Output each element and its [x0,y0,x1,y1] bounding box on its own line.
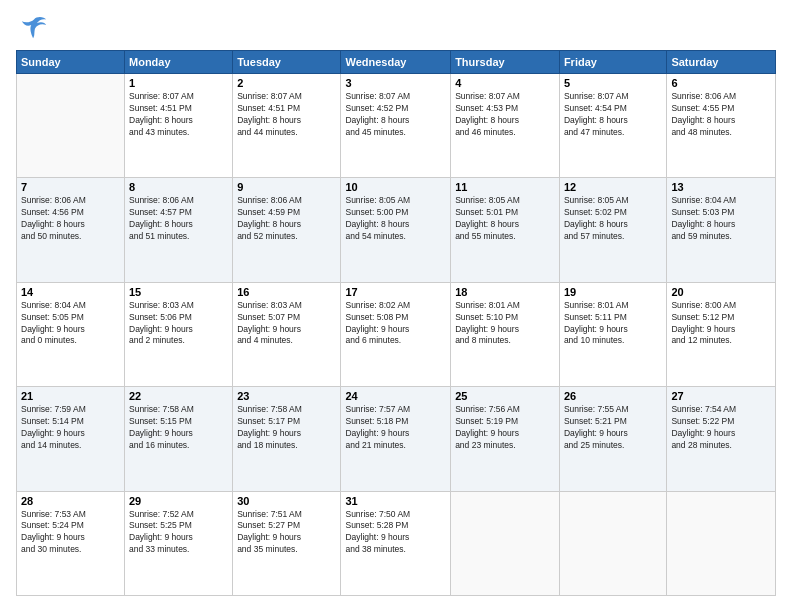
day-info: Sunrise: 8:01 AM Sunset: 5:11 PM Dayligh… [564,300,662,348]
day-info: Sunrise: 7:58 AM Sunset: 5:15 PM Dayligh… [129,404,228,452]
day-number: 4 [455,77,555,89]
day-number: 12 [564,181,662,193]
day-info: Sunrise: 7:56 AM Sunset: 5:19 PM Dayligh… [455,404,555,452]
week-row-1: 1Sunrise: 8:07 AM Sunset: 4:51 PM Daylig… [17,74,776,178]
day-number: 11 [455,181,555,193]
day-info: Sunrise: 7:54 AM Sunset: 5:22 PM Dayligh… [671,404,771,452]
day-info: Sunrise: 8:07 AM Sunset: 4:52 PM Dayligh… [345,91,446,139]
calendar-cell [451,491,560,595]
calendar-cell: 11Sunrise: 8:05 AM Sunset: 5:01 PM Dayli… [451,178,560,282]
day-info: Sunrise: 7:51 AM Sunset: 5:27 PM Dayligh… [237,509,336,557]
day-info: Sunrise: 7:59 AM Sunset: 5:14 PM Dayligh… [21,404,120,452]
calendar-cell: 8Sunrise: 8:06 AM Sunset: 4:57 PM Daylig… [125,178,233,282]
day-number: 31 [345,495,446,507]
calendar-table: SundayMondayTuesdayWednesdayThursdayFrid… [16,50,776,596]
day-number: 29 [129,495,228,507]
calendar-cell: 30Sunrise: 7:51 AM Sunset: 5:27 PM Dayli… [233,491,341,595]
calendar-cell: 17Sunrise: 8:02 AM Sunset: 5:08 PM Dayli… [341,282,451,386]
day-info: Sunrise: 8:00 AM Sunset: 5:12 PM Dayligh… [671,300,771,348]
calendar-cell: 7Sunrise: 8:06 AM Sunset: 4:56 PM Daylig… [17,178,125,282]
day-number: 2 [237,77,336,89]
day-number: 6 [671,77,771,89]
calendar-cell: 16Sunrise: 8:03 AM Sunset: 5:07 PM Dayli… [233,282,341,386]
calendar-cell: 3Sunrise: 8:07 AM Sunset: 4:52 PM Daylig… [341,74,451,178]
weekday-header-monday: Monday [125,51,233,74]
week-row-3: 14Sunrise: 8:04 AM Sunset: 5:05 PM Dayli… [17,282,776,386]
day-number: 15 [129,286,228,298]
day-info: Sunrise: 8:06 AM Sunset: 4:59 PM Dayligh… [237,195,336,243]
header [16,16,776,40]
week-row-5: 28Sunrise: 7:53 AM Sunset: 5:24 PM Dayli… [17,491,776,595]
day-info: Sunrise: 8:01 AM Sunset: 5:10 PM Dayligh… [455,300,555,348]
day-number: 22 [129,390,228,402]
calendar-cell: 10Sunrise: 8:05 AM Sunset: 5:00 PM Dayli… [341,178,451,282]
weekday-header-tuesday: Tuesday [233,51,341,74]
weekday-header-friday: Friday [559,51,666,74]
day-info: Sunrise: 8:03 AM Sunset: 5:06 PM Dayligh… [129,300,228,348]
calendar-cell: 27Sunrise: 7:54 AM Sunset: 5:22 PM Dayli… [667,387,776,491]
weekday-header-row: SundayMondayTuesdayWednesdayThursdayFrid… [17,51,776,74]
day-info: Sunrise: 8:03 AM Sunset: 5:07 PM Dayligh… [237,300,336,348]
calendar-cell: 4Sunrise: 8:07 AM Sunset: 4:53 PM Daylig… [451,74,560,178]
day-number: 17 [345,286,446,298]
logo [16,16,48,40]
day-info: Sunrise: 8:02 AM Sunset: 5:08 PM Dayligh… [345,300,446,348]
calendar-cell: 19Sunrise: 8:01 AM Sunset: 5:11 PM Dayli… [559,282,666,386]
day-info: Sunrise: 8:07 AM Sunset: 4:54 PM Dayligh… [564,91,662,139]
weekday-header-sunday: Sunday [17,51,125,74]
day-info: Sunrise: 8:06 AM Sunset: 4:56 PM Dayligh… [21,195,120,243]
calendar-cell: 2Sunrise: 8:07 AM Sunset: 4:51 PM Daylig… [233,74,341,178]
day-number: 9 [237,181,336,193]
calendar-cell: 12Sunrise: 8:05 AM Sunset: 5:02 PM Dayli… [559,178,666,282]
day-number: 26 [564,390,662,402]
day-info: Sunrise: 7:55 AM Sunset: 5:21 PM Dayligh… [564,404,662,452]
calendar-cell: 5Sunrise: 8:07 AM Sunset: 4:54 PM Daylig… [559,74,666,178]
calendar-cell: 14Sunrise: 8:04 AM Sunset: 5:05 PM Dayli… [17,282,125,386]
calendar-cell: 6Sunrise: 8:06 AM Sunset: 4:55 PM Daylig… [667,74,776,178]
day-number: 30 [237,495,336,507]
day-info: Sunrise: 8:05 AM Sunset: 5:00 PM Dayligh… [345,195,446,243]
day-number: 3 [345,77,446,89]
weekday-header-saturday: Saturday [667,51,776,74]
calendar-cell: 20Sunrise: 8:00 AM Sunset: 5:12 PM Dayli… [667,282,776,386]
calendar-cell [559,491,666,595]
day-info: Sunrise: 7:57 AM Sunset: 5:18 PM Dayligh… [345,404,446,452]
calendar-cell: 9Sunrise: 8:06 AM Sunset: 4:59 PM Daylig… [233,178,341,282]
logo-bird-icon [20,12,48,40]
calendar-cell: 18Sunrise: 8:01 AM Sunset: 5:10 PM Dayli… [451,282,560,386]
day-number: 10 [345,181,446,193]
day-info: Sunrise: 8:06 AM Sunset: 4:55 PM Dayligh… [671,91,771,139]
day-info: Sunrise: 7:53 AM Sunset: 5:24 PM Dayligh… [21,509,120,557]
day-number: 27 [671,390,771,402]
calendar-cell: 21Sunrise: 7:59 AM Sunset: 5:14 PM Dayli… [17,387,125,491]
day-number: 20 [671,286,771,298]
day-number: 19 [564,286,662,298]
calendar-cell: 25Sunrise: 7:56 AM Sunset: 5:19 PM Dayli… [451,387,560,491]
day-number: 16 [237,286,336,298]
day-number: 28 [21,495,120,507]
day-info: Sunrise: 8:07 AM Sunset: 4:53 PM Dayligh… [455,91,555,139]
calendar-cell: 22Sunrise: 7:58 AM Sunset: 5:15 PM Dayli… [125,387,233,491]
day-info: Sunrise: 7:52 AM Sunset: 5:25 PM Dayligh… [129,509,228,557]
day-number: 23 [237,390,336,402]
calendar-cell: 29Sunrise: 7:52 AM Sunset: 5:25 PM Dayli… [125,491,233,595]
calendar-cell: 1Sunrise: 8:07 AM Sunset: 4:51 PM Daylig… [125,74,233,178]
day-number: 24 [345,390,446,402]
calendar-cell [17,74,125,178]
calendar-cell: 26Sunrise: 7:55 AM Sunset: 5:21 PM Dayli… [559,387,666,491]
day-number: 13 [671,181,771,193]
day-info: Sunrise: 8:07 AM Sunset: 4:51 PM Dayligh… [129,91,228,139]
day-number: 1 [129,77,228,89]
day-number: 7 [21,181,120,193]
day-number: 21 [21,390,120,402]
day-info: Sunrise: 7:50 AM Sunset: 5:28 PM Dayligh… [345,509,446,557]
calendar-cell: 31Sunrise: 7:50 AM Sunset: 5:28 PM Dayli… [341,491,451,595]
day-number: 25 [455,390,555,402]
weekday-header-wednesday: Wednesday [341,51,451,74]
day-info: Sunrise: 7:58 AM Sunset: 5:17 PM Dayligh… [237,404,336,452]
day-info: Sunrise: 8:05 AM Sunset: 5:02 PM Dayligh… [564,195,662,243]
page: SundayMondayTuesdayWednesdayThursdayFrid… [0,0,792,612]
calendar-cell: 15Sunrise: 8:03 AM Sunset: 5:06 PM Dayli… [125,282,233,386]
day-number: 8 [129,181,228,193]
calendar-cell: 23Sunrise: 7:58 AM Sunset: 5:17 PM Dayli… [233,387,341,491]
